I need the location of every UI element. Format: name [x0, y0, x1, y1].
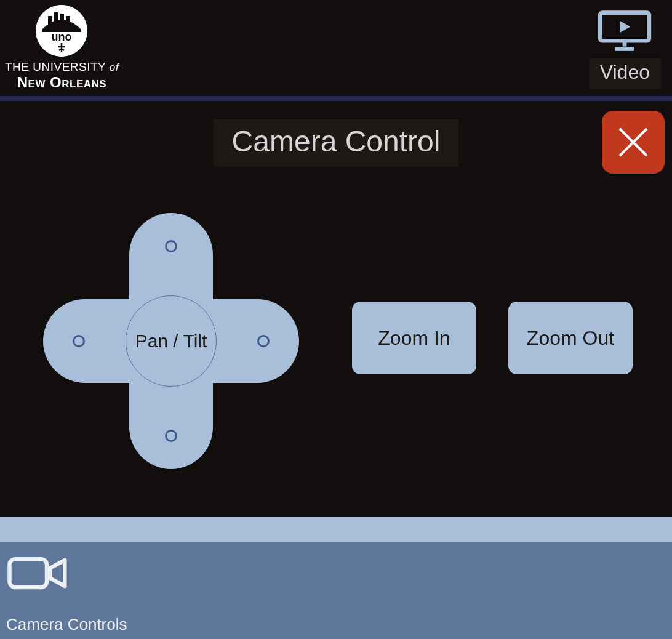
svg-rect-4 [66, 16, 70, 30]
pan-right-button[interactable] [257, 335, 270, 347]
svg-rect-3 [60, 14, 64, 30]
logo-text-line2: New Orleans [17, 74, 106, 91]
monitor-play-icon [595, 8, 654, 55]
svg-rect-2 [54, 12, 58, 30]
svg-marker-7 [620, 20, 631, 32]
zoom-out-label: Zoom Out [527, 327, 614, 350]
pan-tilt-dpad: Pan / Tilt [43, 213, 299, 469]
tilt-up-button[interactable] [165, 240, 177, 252]
svg-text:uno: uno [52, 31, 72, 43]
zoom-in-label: Zoom In [378, 327, 450, 350]
logo-circle-icon: uno [36, 5, 87, 57]
university-logo: uno THE UNIVERSITY of New Orleans [5, 5, 119, 91]
zoom-out-button[interactable]: Zoom Out [508, 302, 633, 374]
footer-bar[interactable]: Camera Controls [0, 542, 672, 639]
close-button[interactable] [602, 111, 665, 174]
main-panel: Camera Control Pan / Tilt Zoom In Zoom O… [0, 101, 672, 517]
header-bar: uno THE UNIVERSITY of New Orleans Video [0, 0, 672, 101]
svg-rect-1 [48, 16, 52, 30]
svg-marker-13 [50, 560, 65, 586]
page-title: Camera Control [214, 119, 459, 167]
svg-rect-12 [10, 559, 47, 587]
tilt-down-button[interactable] [165, 430, 177, 442]
pan-left-button[interactable] [73, 335, 85, 347]
dpad-center-label: Pan / Tilt [135, 331, 207, 352]
camera-icon [6, 553, 74, 593]
footer-label: Camera Controls [6, 615, 666, 634]
video-shortcut[interactable]: Video [589, 8, 661, 89]
video-label: Video [589, 58, 661, 89]
dpad-center-button[interactable]: Pan / Tilt [126, 295, 217, 387]
footer-divider [0, 517, 672, 542]
logo-text-line1: THE UNIVERSITY of [5, 60, 119, 74]
zoom-in-button[interactable]: Zoom In [352, 302, 476, 374]
close-icon [615, 124, 652, 161]
